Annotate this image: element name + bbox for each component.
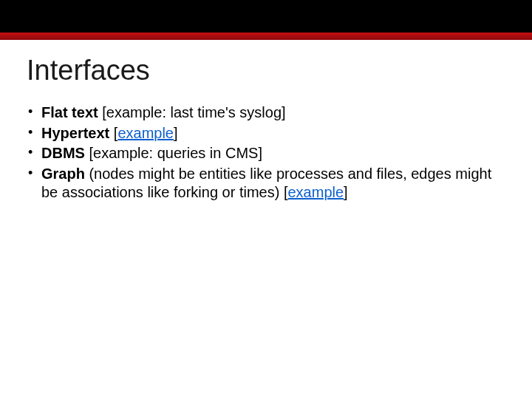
slide-body: Flat text [example: last time's syslog] …	[28, 103, 502, 204]
bullet-text: [example: queries in CMS]	[85, 145, 262, 161]
bullet-label: Hypertext	[41, 125, 109, 141]
bullet-text: [example: last time's syslog]	[98, 104, 286, 120]
bullet-label: DBMS	[41, 145, 85, 161]
bullet-text: ]	[174, 125, 178, 141]
list-item: Graph (nodes might be entities like proc…	[28, 165, 502, 202]
bullet-text: [	[109, 125, 117, 141]
red-stripe	[0, 33, 532, 40]
bullet-text: (nodes might be entities like processes …	[41, 166, 491, 201]
list-item: Hypertext [example]	[28, 124, 502, 143]
bullet-label: Flat text	[41, 104, 98, 120]
top-black-bar	[0, 0, 532, 33]
example-link[interactable]: example	[287, 184, 344, 200]
list-item: Flat text [example: last time's syslog]	[28, 103, 502, 123]
example-link[interactable]: example	[117, 125, 174, 141]
bullet-label: Graph	[41, 166, 85, 182]
list-item: DBMS [example: queries in CMS]	[28, 144, 502, 163]
bullet-text: ]	[344, 184, 348, 200]
slide-title: Interfaces	[27, 55, 150, 86]
bullet-list: Flat text [example: last time's syslog] …	[28, 103, 502, 202]
slide: Interfaces Flat text [example: last time…	[0, 0, 532, 399]
